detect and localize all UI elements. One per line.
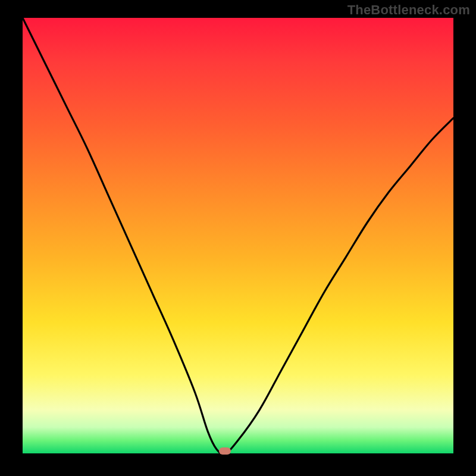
bottleneck-curve [23, 18, 453, 453]
chart-frame: TheBottleneck.com [0, 0, 476, 476]
optimal-point-marker [219, 447, 231, 455]
plot-area [23, 18, 453, 453]
watermark-text: TheBottleneck.com [347, 2, 470, 18]
curve-path [23, 18, 453, 454]
